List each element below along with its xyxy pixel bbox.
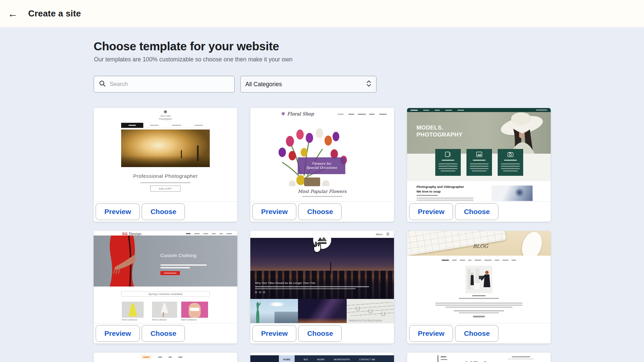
- card-actions: Preview Choose: [94, 323, 237, 344]
- template-card-blog: BLOG: [407, 231, 551, 344]
- card-actions: Preview Choose: [407, 201, 551, 222]
- choose-button[interactable]: Choose: [298, 203, 342, 220]
- tulip-bouquet-graphic: [250, 120, 394, 186]
- template-thumbnail-blog: BLOG: [407, 231, 551, 323]
- thumb-navbar: HOME BIO WORK WORKSHOPS CONTACT ME: [250, 355, 394, 362]
- hero-cta-button: [160, 271, 180, 275]
- thumb-hero: Custom Clothing: [94, 236, 237, 287]
- hero-title: MODELS. PHOTOGRAPHY: [416, 124, 462, 138]
- nav-item-active: HOME: [279, 355, 295, 362]
- preview-button[interactable]: Preview: [409, 203, 453, 220]
- thumb-heading: Professional Photographer: [94, 173, 237, 179]
- carousel-dot: [259, 291, 261, 293]
- thumb-header: ✾ Floral Shop: [250, 108, 394, 120]
- blog-script-title: BLOG: [473, 243, 488, 249]
- travel-logo-badge: [313, 231, 331, 249]
- app-title: Create a site: [28, 8, 81, 19]
- mountains-icon: [316, 235, 328, 245]
- article-photo-office: [465, 266, 492, 293]
- thumb-nav-active-tab: [121, 123, 143, 128]
- preview-button[interactable]: Preview: [96, 325, 140, 342]
- photographer-logo: ❋ John Clark Photographer: [94, 110, 237, 120]
- page-title: Choose template for your website: [94, 40, 279, 53]
- choose-button[interactable]: Choose: [142, 203, 185, 220]
- card-actions: Preview Choose: [407, 323, 551, 344]
- thumb-hero-desk-photo: BLOG: [407, 231, 551, 256]
- preview-button[interactable]: Preview: [409, 325, 453, 342]
- template-card-sg-design: SG Design Custom Clothing: [94, 231, 237, 344]
- about-heading: Photography and Videographer: [416, 185, 464, 189]
- camera-shutter-icon: ❋: [94, 110, 237, 114]
- hero-title: Why Your Titles Should be No Longer Than…: [255, 281, 315, 285]
- template-card-floral-shop: Flowers for Special Occasions ✾ Floral S…: [250, 108, 394, 222]
- feature-card-photography: [498, 149, 523, 176]
- thumb-navbar: [186, 233, 232, 234]
- choose-button[interactable]: Choose: [455, 325, 498, 342]
- template-thumbnail-models: MODELS. PHOTOGRAPHY: [407, 108, 551, 201]
- template-thumbnail-travel: Menu ☰ Why Your Titles Should be No Long…: [250, 231, 394, 323]
- card-actions: Preview Choose: [250, 323, 394, 344]
- product-caption: Dress Collection: [152, 319, 167, 321]
- hero-title: Custom Clothing: [160, 253, 196, 258]
- gallery-photo-statue-of-liberty: [250, 299, 298, 323]
- preview-button[interactable]: Preview: [96, 203, 140, 220]
- thumb-gallery-button: GALLERY: [150, 186, 181, 192]
- template-card-models-photography: MODELS. PHOTOGRAPHY: [407, 108, 551, 222]
- preview-button[interactable]: Preview: [252, 203, 296, 220]
- app-header: ← Create a site: [0, 0, 644, 27]
- gallery-caption: Welcome to Our Blog Feature: [349, 318, 382, 321]
- search-input[interactable]: [110, 81, 229, 88]
- thumb-gallery-row: Welcome to Our Blog Feature: [250, 299, 394, 323]
- template-card-dark-portfolio: HOME BIO WORK WORKSHOPS CONTACT ME: [250, 353, 394, 362]
- search-icon: [99, 80, 106, 88]
- product-caption: Dress Collections: [122, 319, 138, 321]
- product-photo-white-dress: [152, 302, 177, 318]
- product-photo-swimwear: [181, 302, 208, 318]
- card-actions: Preview Choose: [94, 201, 237, 222]
- template-thumbnail-dark-portfolio: HOME BIO WORK WORKSHOPS CONTACT ME: [250, 353, 394, 362]
- page-subtitle: Our templates are 100% customizable so c…: [94, 56, 292, 63]
- feature-card-images: [466, 149, 492, 176]
- nav-item: WORKSHOPS: [334, 358, 350, 361]
- gallery-photo-night-sky: [298, 299, 347, 323]
- about-subheading: We love to snap: [416, 190, 441, 193]
- template-grid: ❋ John Clark Photographer Professional P…: [94, 108, 551, 362]
- thumb-navbar: [407, 260, 551, 261]
- thumb-tab-bar: [141, 355, 183, 360]
- choose-button[interactable]: Choose: [142, 325, 185, 342]
- kdc-brand: KDC: [465, 359, 489, 362]
- template-thumbnail-kdc: KDC: [407, 353, 551, 362]
- category-select[interactable]: All Categories: [240, 76, 377, 93]
- template-thumbnail-photographer: ❋ John Clark Photographer Professional P…: [94, 108, 237, 201]
- menu-label: Menu: [376, 233, 383, 236]
- choose-button[interactable]: Choose: [298, 325, 342, 342]
- preview-button[interactable]: Preview: [252, 325, 296, 342]
- thumb-section-title: Most Popular Flowers: [250, 189, 394, 194]
- card-actions: Preview Choose: [250, 201, 394, 222]
- feature-card-videography: [435, 149, 461, 176]
- search-box[interactable]: [94, 76, 235, 93]
- about-photo: [492, 186, 533, 201]
- hero-overlay-box: Flowers for Special Occasions: [298, 157, 345, 174]
- thumb-logo-block: [250, 355, 279, 362]
- active-tab: [141, 355, 152, 360]
- carousel-dot: [263, 291, 265, 293]
- category-select-value: All Categories: [245, 81, 366, 88]
- template-card-partial-tabs: [94, 353, 237, 362]
- choose-button[interactable]: Choose: [455, 203, 498, 220]
- thumb-navbar: [407, 108, 551, 112]
- hamburger-menu-icon: ☰: [386, 232, 389, 236]
- carousel-dot: [255, 291, 257, 293]
- flower-icon: ✾: [281, 111, 285, 116]
- collection-banner: Spring Collection Available: [121, 291, 210, 297]
- template-card-travel-blog: Menu ☰ Why Your Titles Should be No Long…: [250, 231, 394, 344]
- back-button[interactable]: ←: [5, 6, 20, 21]
- thumb-navbar: [121, 123, 210, 128]
- template-card-photographer: ❋ John Clark Photographer Professional P…: [94, 108, 237, 222]
- mouse-graphic: [518, 231, 545, 256]
- template-thumbnail-sg-design: SG Design Custom Clothing: [94, 231, 237, 323]
- floral-logo: ✾ Floral Shop: [281, 111, 314, 116]
- thumb-hero-image-field: [121, 130, 210, 167]
- model-with-hat-graphic: [487, 112, 551, 154]
- nav-item: WORK: [317, 358, 325, 361]
